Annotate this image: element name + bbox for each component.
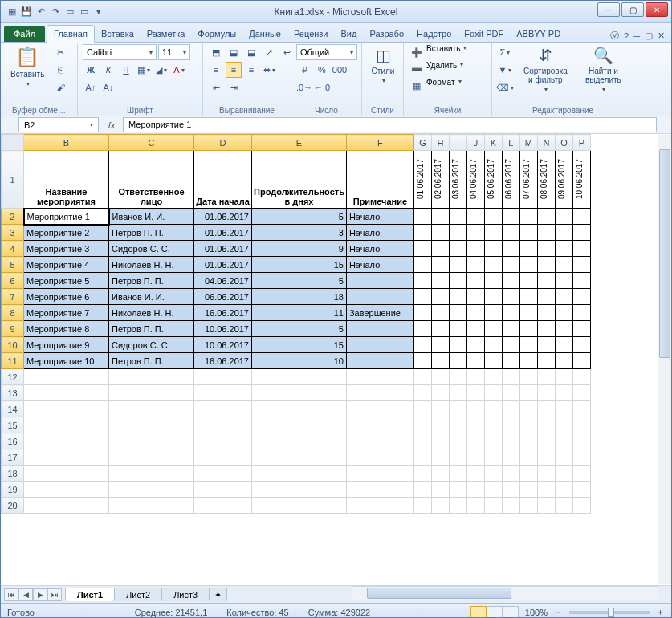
cell[interactable] bbox=[431, 449, 449, 466]
cell[interactable] bbox=[466, 241, 484, 257]
cell[interactable] bbox=[484, 257, 502, 273]
cell[interactable] bbox=[502, 449, 519, 466]
date-header-cell[interactable]: 02.06.2017 bbox=[431, 151, 449, 209]
cell[interactable]: Петров П. П. bbox=[109, 225, 194, 241]
cell[interactable] bbox=[252, 449, 347, 466]
row-header-9[interactable]: 9 bbox=[2, 321, 24, 337]
cell[interactable]: 01.06.2017 bbox=[194, 225, 252, 241]
align-left-icon[interactable]: ≡ bbox=[208, 62, 224, 78]
view-pagebreak-icon[interactable] bbox=[503, 606, 519, 619]
cell[interactable] bbox=[519, 498, 537, 514]
cell[interactable] bbox=[572, 417, 590, 433]
cell[interactable] bbox=[252, 433, 347, 449]
column-header-C[interactable]: C bbox=[109, 135, 194, 151]
cell[interactable] bbox=[346, 321, 413, 337]
tab-formulas[interactable]: Формулы bbox=[191, 26, 242, 42]
underline-button[interactable]: Ч bbox=[118, 62, 134, 78]
cell[interactable] bbox=[449, 305, 466, 321]
align-middle-icon[interactable]: ⬓ bbox=[226, 44, 242, 60]
tab-addins[interactable]: Надстро bbox=[410, 26, 458, 42]
cell[interactable] bbox=[519, 385, 537, 401]
cell[interactable] bbox=[572, 353, 590, 369]
cell[interactable] bbox=[519, 241, 537, 257]
zoom-slider[interactable] bbox=[569, 611, 650, 614]
row-header-16[interactable]: 16 bbox=[2, 433, 24, 449]
file-tab[interactable]: Файл bbox=[4, 26, 45, 42]
cell[interactable] bbox=[466, 273, 484, 289]
cell[interactable] bbox=[466, 482, 484, 498]
cell[interactable] bbox=[466, 498, 484, 514]
row-header-11[interactable]: 11 bbox=[2, 353, 24, 369]
currency-icon[interactable]: ₽ bbox=[296, 62, 312, 78]
cell[interactable] bbox=[449, 385, 466, 401]
tab-dev[interactable]: Разрабо bbox=[363, 26, 410, 42]
cell[interactable] bbox=[572, 433, 590, 449]
cell[interactable] bbox=[555, 273, 572, 289]
align-bottom-icon[interactable]: ⬓ bbox=[243, 44, 259, 60]
column-header-H[interactable]: H bbox=[431, 135, 449, 151]
cell[interactable] bbox=[413, 273, 431, 289]
redo-icon[interactable]: ↷ bbox=[49, 6, 62, 18]
cell[interactable] bbox=[502, 273, 519, 289]
cell[interactable] bbox=[484, 369, 502, 385]
row-header-6[interactable]: 6 bbox=[2, 273, 24, 289]
cell[interactable] bbox=[431, 353, 449, 369]
cell[interactable] bbox=[413, 385, 431, 401]
cell[interactable] bbox=[194, 466, 252, 482]
cell[interactable] bbox=[466, 337, 484, 353]
cell[interactable]: 16.06.2017 bbox=[194, 353, 252, 369]
cell[interactable] bbox=[413, 449, 431, 466]
increase-indent-icon[interactable]: ⇥ bbox=[226, 79, 242, 96]
cell[interactable] bbox=[502, 289, 519, 305]
qat-dropdown-icon[interactable]: ▾ bbox=[92, 6, 105, 18]
cell[interactable]: Мероприятие 8 bbox=[24, 321, 109, 337]
cut-icon[interactable]: ✂ bbox=[52, 44, 68, 60]
cell[interactable] bbox=[484, 498, 502, 514]
cell[interactable] bbox=[502, 417, 519, 433]
increase-decimal-icon[interactable]: .0→ bbox=[296, 79, 312, 96]
column-header-M[interactable]: M bbox=[519, 135, 537, 151]
cell[interactable] bbox=[519, 353, 537, 369]
format-painter-icon[interactable]: 🖌 bbox=[52, 79, 68, 96]
cell[interactable] bbox=[572, 369, 590, 385]
cell[interactable] bbox=[537, 369, 555, 385]
cell[interactable] bbox=[413, 257, 431, 273]
cell[interactable]: 16.06.2017 bbox=[194, 305, 252, 321]
cell[interactable] bbox=[537, 305, 555, 321]
grow-font-icon[interactable]: A↑ bbox=[83, 79, 99, 96]
cell[interactable] bbox=[466, 353, 484, 369]
cell[interactable] bbox=[109, 498, 194, 514]
cell[interactable] bbox=[502, 482, 519, 498]
cell[interactable]: Начало bbox=[346, 257, 413, 273]
cell[interactable] bbox=[346, 482, 413, 498]
cell[interactable] bbox=[484, 289, 502, 305]
cell[interactable] bbox=[502, 353, 519, 369]
cell[interactable] bbox=[431, 482, 449, 498]
cell[interactable] bbox=[413, 305, 431, 321]
cell[interactable] bbox=[194, 417, 252, 433]
sort-filter-button[interactable]: ⇵ Сортировка и фильтр▾ bbox=[516, 44, 575, 95]
cell[interactable] bbox=[252, 466, 347, 482]
qat-icon[interactable]: ▭ bbox=[78, 6, 91, 18]
cell[interactable]: Николаев Н. Н. bbox=[109, 305, 194, 321]
cell[interactable] bbox=[431, 241, 449, 257]
cell[interactable]: 11 bbox=[252, 305, 347, 321]
fx-icon[interactable]: fx bbox=[100, 116, 123, 133]
cell[interactable] bbox=[484, 273, 502, 289]
table-header-cell[interactable]: Ответственное лицо bbox=[109, 151, 194, 209]
horizontal-scrollbar[interactable] bbox=[352, 586, 658, 600]
cell[interactable]: 9 bbox=[252, 241, 347, 257]
cell[interactable] bbox=[109, 369, 194, 385]
cell[interactable] bbox=[109, 401, 194, 417]
cell[interactable]: Мероприятие 9 bbox=[24, 337, 109, 353]
table-header-cell[interactable]: Продолжительность в днях bbox=[252, 151, 347, 209]
cell[interactable] bbox=[555, 433, 572, 449]
copy-icon[interactable]: ⎘ bbox=[52, 62, 68, 78]
date-header-cell[interactable]: 08.06.2017 bbox=[537, 151, 555, 209]
column-header-O[interactable]: O bbox=[555, 135, 572, 151]
cell[interactable] bbox=[519, 369, 537, 385]
cell[interactable]: Мероприятие 5 bbox=[24, 273, 109, 289]
shrink-font-icon[interactable]: A↓ bbox=[100, 79, 116, 96]
cell[interactable] bbox=[572, 385, 590, 401]
date-header-cell[interactable]: 04.06.2017 bbox=[466, 151, 484, 209]
